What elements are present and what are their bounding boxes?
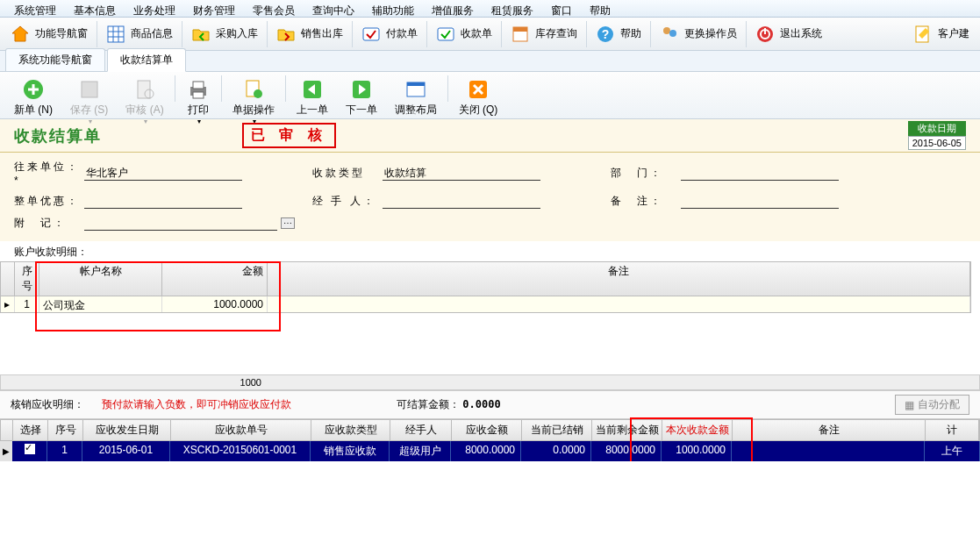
table-row[interactable]: ▸ 1 公司现金 1000.0000 (1, 296, 970, 312)
next-button[interactable]: 下一单 (337, 75, 386, 119)
doc-ops-icon (241, 77, 266, 102)
col-type2[interactable]: 应收款类型 (311, 420, 390, 440)
folder-out-icon (276, 25, 296, 44)
attach-field[interactable] (84, 216, 277, 231)
cell-note2[interactable] (732, 441, 925, 461)
unit-field[interactable] (84, 166, 242, 181)
col-hand[interactable]: 经手人 (390, 420, 452, 440)
menu-retail[interactable]: 零售会员 (244, 2, 304, 15)
svg-rect-1 (108, 26, 124, 42)
customer-button[interactable]: 客户建 (906, 23, 976, 46)
sale-button[interactable]: 销售出库 (269, 23, 350, 46)
date-label: 收款日期 (908, 121, 966, 136)
cell-bill: XSCKD-20150601-0001 (170, 441, 311, 461)
cell-set: 0.0000 (521, 441, 591, 461)
svg-point-12 (663, 27, 670, 34)
help-button[interactable]: ? 帮助 (589, 23, 648, 46)
menu-vas[interactable]: 增值服务 (423, 2, 483, 15)
auto-assign-button[interactable]: ▦ 自动分配 (895, 395, 969, 415)
remark-field[interactable] (681, 194, 839, 209)
attach-browse-button[interactable]: ⋯ (281, 217, 295, 229)
receive-button[interactable]: 收款单 (429, 23, 499, 46)
help-label: 帮助 (620, 26, 641, 41)
nav-label: 功能导航窗 (35, 26, 88, 41)
col-amt[interactable]: 金额 (162, 262, 268, 296)
menu-system[interactable]: 系统管理 (5, 2, 65, 15)
power-icon (755, 25, 775, 44)
stock-button[interactable]: 库存查询 (504, 23, 584, 46)
receive-label: 收款单 (461, 26, 492, 41)
svg-text:?: ? (602, 27, 610, 41)
col-idx2[interactable]: 序号 (48, 420, 83, 440)
menu-aux[interactable]: 辅助功能 (363, 2, 423, 15)
ops-button[interactable]: 单据操作▾ (224, 75, 283, 127)
date-value[interactable]: 2015-06-05 (908, 136, 966, 150)
checkbox-icon[interactable] (25, 444, 35, 454)
cell-note[interactable] (268, 296, 970, 312)
settle-row[interactable]: ▶ 1 2015-06-01 XSCKD-20150601-0001 销售应收款… (0, 441, 980, 461)
menu-finance[interactable]: 财务管理 (184, 2, 244, 15)
tab-receipt[interactable]: 收款结算单 (107, 48, 186, 72)
tab-nav[interactable]: 系统功能导航窗 (5, 48, 105, 71)
prev-button[interactable]: 上一单 (288, 75, 337, 119)
new-button[interactable]: 新单 (N) (5, 75, 61, 119)
date-box: 收款日期 2015-06-05 (908, 121, 966, 150)
menu-basic[interactable]: 基本信息 (65, 2, 125, 15)
pay-icon (361, 25, 381, 44)
note-icon (913, 25, 933, 44)
menubar: 系统管理 基本信息 业务处理 财务管理 零售会员 查询中心 辅助功能 增值服务 … (0, 0, 980, 18)
purchase-button[interactable]: 采购入库 (184, 23, 265, 46)
menu-window[interactable]: 窗口 (542, 2, 581, 15)
disc-field[interactable] (84, 194, 242, 209)
menu-help[interactable]: 帮助 (581, 2, 619, 15)
help-icon: ? (596, 25, 615, 44)
exit-label: 退出系统 (780, 26, 822, 41)
nav-button[interactable]: 功能导航窗 (4, 23, 95, 46)
goods-button[interactable]: 商品信息 (99, 23, 180, 46)
cell-rem: 8000.0000 (591, 441, 662, 461)
dept-field[interactable] (681, 166, 839, 181)
layout-button[interactable]: 调整布局 (386, 75, 446, 119)
main-toolbar: 功能导航窗 商品信息 采购入库 销售出库 付款单 收款单 库存查询 ? 帮助 更… (0, 18, 980, 51)
row-handle[interactable]: ▸ (1, 296, 15, 312)
col-this[interactable]: 本次收款金额 (662, 420, 733, 440)
home-icon (11, 25, 30, 44)
cell-sel[interactable] (12, 441, 47, 461)
col-acct[interactable]: 帐户名称 (39, 262, 162, 296)
pay-label: 付款单 (386, 26, 418, 41)
stock-label: 库存查询 (535, 26, 577, 41)
switch-user-button[interactable]: 更换操作员 (653, 23, 744, 46)
remark-label: 备 注： (611, 194, 681, 209)
sale-label: 销售出库 (301, 26, 343, 41)
exit-button[interactable]: 退出系统 (748, 23, 829, 46)
col-sel[interactable]: 选择 (13, 420, 48, 440)
col-idx[interactable]: 序号 (15, 262, 39, 296)
menu-business[interactable]: 业务处理 (125, 2, 184, 15)
svg-rect-7 (438, 28, 454, 40)
col-bill[interactable]: 应收款单号 (171, 420, 311, 440)
col-note2[interactable]: 备注 (733, 420, 926, 440)
folder-in-icon (191, 25, 211, 44)
switch-label: 更换操作员 (684, 26, 737, 41)
cell-this[interactable]: 1000.0000 (662, 441, 732, 461)
close-button[interactable]: 关闭 (Q) (450, 75, 507, 119)
menu-query[interactable]: 查询中心 (304, 2, 363, 15)
col-note[interactable]: 备注 (268, 262, 970, 296)
col-last[interactable]: 计 (926, 420, 979, 440)
col-date[interactable]: 应收发生日期 (83, 420, 171, 440)
col-rem[interactable]: 当前剩余金额 (592, 420, 662, 440)
handler-field[interactable] (383, 194, 540, 209)
cell-acct[interactable]: 公司现金 (39, 296, 162, 312)
col-amt2[interactable]: 应收金额 (452, 420, 522, 440)
section2-label: 核销应收明细： (11, 397, 84, 412)
type-field[interactable] (383, 166, 540, 181)
menu-rent[interactable]: 租赁服务 (483, 2, 542, 15)
doc-title: 收款结算单 (14, 125, 102, 146)
cell-idx2: 1 (47, 441, 82, 461)
cell-amt[interactable]: 1000.0000 (162, 296, 268, 312)
print-button[interactable]: 打印▾ (177, 75, 219, 127)
cell-date: 2015-06-01 (82, 441, 170, 461)
pay-button[interactable]: 付款单 (354, 23, 425, 46)
settle-grid: 选择 序号 应收发生日期 应收款单号 应收款类型 经手人 应收金额 当前已结销 … (0, 419, 980, 461)
col-set[interactable]: 当前已结销 (522, 420, 592, 440)
